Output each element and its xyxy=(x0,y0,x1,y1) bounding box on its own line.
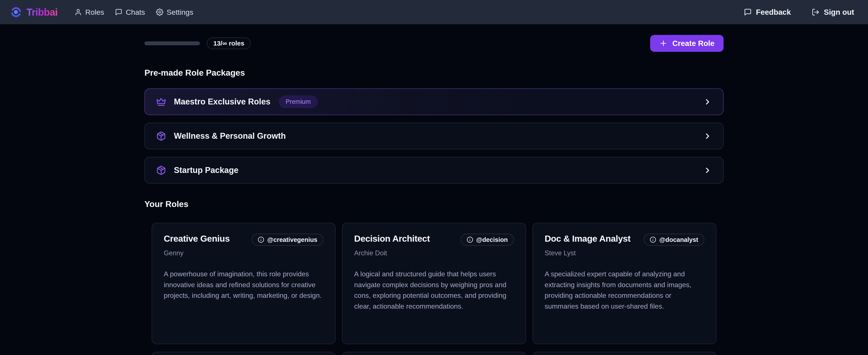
package-icon xyxy=(156,166,166,175)
feedback-label: Feedback xyxy=(756,8,791,17)
roles-count-badge: 13/∞ roles xyxy=(207,37,251,49)
sign-out-label: Sign out xyxy=(824,8,854,17)
main-nav: Roles Chats Settings xyxy=(74,8,193,17)
role-card-doc-image-analyst[interactable]: Doc & Image Analyst @docanalyst Steve Ly… xyxy=(532,223,716,344)
roles-toolbar: 13/∞ roles Create Role xyxy=(145,35,723,52)
packages-section-title: Pre-made Role Packages xyxy=(145,68,723,78)
chat-bubble-icon xyxy=(115,8,122,16)
app-header: Tribbai Roles Chats Settings Feedba xyxy=(0,0,868,24)
chevron-right-icon xyxy=(703,132,712,141)
nav-label: Roles xyxy=(85,8,104,17)
role-card-title: Decision Architect xyxy=(354,234,430,244)
premium-badge: Premium xyxy=(279,95,318,108)
role-cards-grid: Creative Genius @creativegenius Genny A … xyxy=(145,223,723,344)
package-row-wellness[interactable]: Wellness & Personal Growth xyxy=(145,123,723,149)
package-icon xyxy=(156,131,166,141)
role-handle-badge: @decision xyxy=(461,234,514,246)
role-card-subtitle: Steve Lyst xyxy=(545,249,704,257)
nav-label: Settings xyxy=(167,8,193,17)
role-card-decision-architect[interactable]: Decision Architect @decision Archie Doit… xyxy=(342,223,526,344)
role-card-title: Doc & Image Analyst xyxy=(545,234,631,244)
role-handle-badge: @creativegenius xyxy=(252,234,323,246)
role-card-subtitle: Genny xyxy=(164,249,323,257)
app-logo[interactable]: Tribbai xyxy=(10,6,58,18)
main-content: 13/∞ roles Create Role Pre-made Role Pac… xyxy=(145,35,723,355)
create-role-button[interactable]: Create Role xyxy=(650,35,723,52)
brand-name: Tribbai xyxy=(26,6,58,18)
info-icon xyxy=(258,236,264,243)
crown-icon xyxy=(156,97,166,107)
role-cards-grid-partial xyxy=(145,352,723,355)
sign-out-button[interactable]: Sign out xyxy=(812,8,854,17)
role-card-subtitle: Archie Doit xyxy=(354,249,514,257)
user-icon xyxy=(74,8,82,16)
role-handle: @decision xyxy=(476,236,508,243)
info-icon xyxy=(650,236,656,243)
header-actions: Feedback Sign out xyxy=(744,8,854,17)
package-row-maestro[interactable]: Maestro Exclusive Roles Premium xyxy=(145,88,723,115)
package-title: Maestro Exclusive Roles xyxy=(174,97,271,107)
role-card-description: A specialized expert capable of analyzin… xyxy=(545,269,704,312)
role-card-partial[interactable] xyxy=(342,352,526,355)
role-card-description: A powerhouse of imagination, this role p… xyxy=(164,269,323,301)
role-card-partial[interactable] xyxy=(532,352,716,355)
nav-label: Chats xyxy=(126,8,145,17)
plus-icon xyxy=(659,39,668,48)
feedback-bubble-icon xyxy=(744,8,752,16)
role-card-partial[interactable] xyxy=(152,352,336,355)
your-roles-section-title: Your Roles xyxy=(145,199,723,209)
gear-icon xyxy=(156,8,163,16)
chevron-right-icon xyxy=(703,97,712,106)
role-handle-badge: @docanalyst xyxy=(644,234,704,246)
role-card-description: A logical and structured guide that help… xyxy=(354,269,514,312)
nav-item-settings[interactable]: Settings xyxy=(156,8,193,17)
package-title: Startup Package xyxy=(174,166,239,175)
package-row-startup[interactable]: Startup Package xyxy=(145,157,723,183)
sign-out-icon xyxy=(812,8,819,16)
role-card-creative-genius[interactable]: Creative Genius @creativegenius Genny A … xyxy=(152,223,336,344)
chevron-right-icon xyxy=(703,166,712,175)
info-icon xyxy=(467,236,473,243)
role-handle: @creativegenius xyxy=(267,236,317,243)
tribbai-logo-icon xyxy=(10,6,22,18)
feedback-button[interactable]: Feedback xyxy=(744,8,791,17)
package-title: Wellness & Personal Growth xyxy=(174,131,286,141)
role-card-title: Creative Genius xyxy=(164,234,230,244)
nav-item-roles[interactable]: Roles xyxy=(74,8,104,17)
nav-item-chats[interactable]: Chats xyxy=(115,8,145,17)
roles-progress-bar xyxy=(145,41,200,45)
create-role-label: Create Role xyxy=(672,39,714,48)
role-handle: @docanalyst xyxy=(659,236,698,243)
